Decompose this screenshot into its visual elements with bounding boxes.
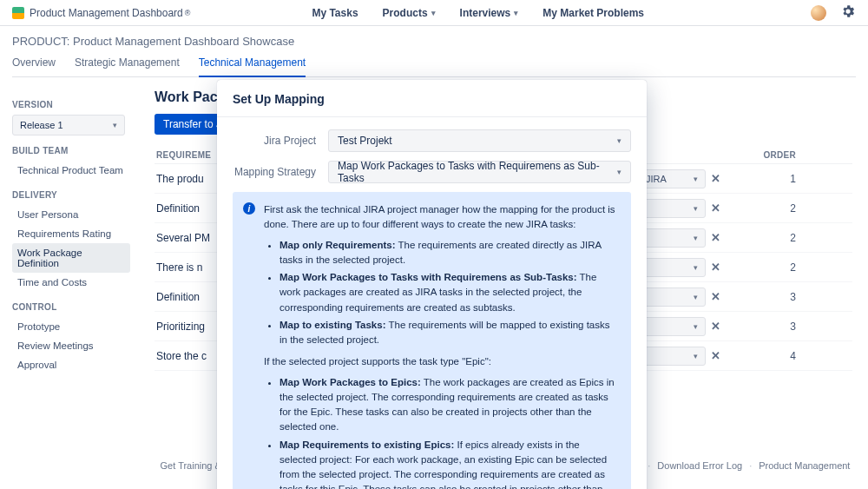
clear-icon[interactable]: ✕: [711, 172, 720, 185]
info-panel: i First ask the technical JIRA project m…: [233, 192, 631, 489]
clear-icon[interactable]: ✕: [711, 290, 720, 303]
nav-products[interactable]: Products▾: [383, 7, 436, 19]
sidebar-item-req-rating[interactable]: Requirements Rating: [12, 224, 130, 243]
info-list-item: Map Work Packages to Tasks with Requirem…: [279, 270, 619, 315]
nav-my-tasks[interactable]: My Tasks: [312, 7, 358, 19]
nav-market-problems[interactable]: My Market Problems: [542, 7, 644, 19]
order-cell: 2: [749, 202, 801, 215]
breadcrumb: PRODUCT: Product Management Dashboard Sh…: [12, 35, 856, 48]
chevron-down-icon: ▾: [514, 9, 518, 17]
chevron-down-icon: ▾: [694, 352, 698, 360]
chevron-down-icon: ▾: [694, 263, 698, 272]
sidebar-item-review-meetings[interactable]: Review Meetings: [12, 336, 130, 355]
sidebar-item-user-persona[interactable]: User Persona: [12, 205, 130, 224]
brand-logo[interactable]: Product Management Dashboard ®: [12, 7, 190, 19]
chevron-down-icon: ▾: [431, 9, 436, 17]
info-list-item: Map Work Packages to Epics: The work pac…: [279, 375, 619, 435]
group-control: CONTROL: [12, 302, 130, 312]
settings-gear-icon[interactable]: [840, 3, 856, 22]
mapping-strategy-select[interactable]: Map Work Packages to Tasks with Requirem…: [328, 161, 631, 183]
brand-logo-mark: [12, 7, 24, 19]
tab-technical[interactable]: Technical Management: [199, 56, 306, 77]
clear-icon[interactable]: ✕: [711, 231, 720, 244]
sidebar-item-approval[interactable]: Approval: [12, 355, 130, 374]
group-build-team: BUILD TEAM: [12, 146, 130, 155]
chevron-down-icon: ▾: [617, 136, 621, 145]
order-cell: 3: [749, 291, 801, 303]
page-tabs: Overview Strategic Management Technical …: [12, 56, 856, 77]
order-cell: 4: [749, 350, 801, 362]
chevron-down-icon: ▾: [694, 293, 698, 301]
brand-name: Product Management Dashboard: [30, 7, 183, 19]
brand-registered: ®: [185, 9, 191, 17]
nav-interviews[interactable]: Interviews▾: [460, 7, 519, 19]
info-list-item: Map Requirements to existing Epics: If e…: [279, 438, 619, 490]
sidebar-item-wp-definition[interactable]: Work Package Definition: [12, 243, 130, 273]
mapping-strategy-label: Mapping Strategy: [233, 166, 328, 178]
clear-icon[interactable]: ✕: [711, 320, 720, 333]
order-cell: 3: [749, 320, 801, 333]
chevron-down-icon: ▾: [694, 204, 698, 213]
sidebar-item-tech-product-team[interactable]: Technical Product Team: [12, 161, 130, 180]
order-cell: 2: [749, 261, 801, 274]
jira-project-select[interactable]: Test Projekt ▾: [328, 129, 631, 152]
group-delivery: DELIVERY: [12, 190, 130, 200]
left-sidebar: VERSION Release 1 ▾ BUILD TEAM Technical…: [0, 77, 139, 488]
setup-mapping-modal: Set Up Mapping Jira Project Test Projekt…: [217, 80, 647, 489]
info-list-item: Map only Requirements: The requirements …: [279, 238, 619, 268]
sidebar-item-time-costs[interactable]: Time and Costs: [12, 273, 130, 292]
avatar[interactable]: [811, 5, 826, 21]
info-intro: First ask the technical JIRA project man…: [264, 202, 619, 233]
info-epic-note: If the selected project supports the tas…: [264, 354, 619, 369]
info-list-item: Map to existing Tasks: The requirements …: [279, 318, 619, 348]
tab-overview[interactable]: Overview: [12, 56, 56, 76]
clear-icon[interactable]: ✕: [711, 349, 720, 362]
chevron-down-icon: ▾: [617, 168, 621, 176]
sidebar-item-prototype[interactable]: Prototype: [12, 317, 130, 336]
clear-icon[interactable]: ✕: [711, 261, 720, 274]
top-nav: Product Management Dashboard ® My Tasks …: [0, 0, 868, 26]
chevron-down-icon: ▾: [113, 121, 117, 129]
version-select[interactable]: Release 1 ▾: [12, 115, 125, 135]
order-cell: 1: [749, 173, 801, 185]
info-icon: i: [243, 202, 255, 215]
col-order: ORDER: [749, 150, 801, 160]
main-nav: My Tasks Products▾ Interviews▾ My Market…: [312, 7, 644, 19]
version-label: VERSION: [12, 100, 130, 109]
footer-link[interactable]: Download Error Log: [657, 460, 742, 471]
chevron-down-icon: ▾: [694, 234, 698, 242]
sub-header: PRODUCT: Product Management Dashboard Sh…: [0, 26, 868, 77]
order-cell: 2: [749, 232, 801, 244]
tab-strategic[interactable]: Strategic Management: [75, 56, 180, 76]
chevron-down-icon: ▾: [694, 322, 698, 331]
modal-title: Set Up Mapping: [217, 80, 647, 117]
clear-icon[interactable]: ✕: [711, 202, 720, 215]
jira-project-label: Jira Project: [233, 135, 328, 147]
chevron-down-icon: ▾: [694, 175, 698, 183]
